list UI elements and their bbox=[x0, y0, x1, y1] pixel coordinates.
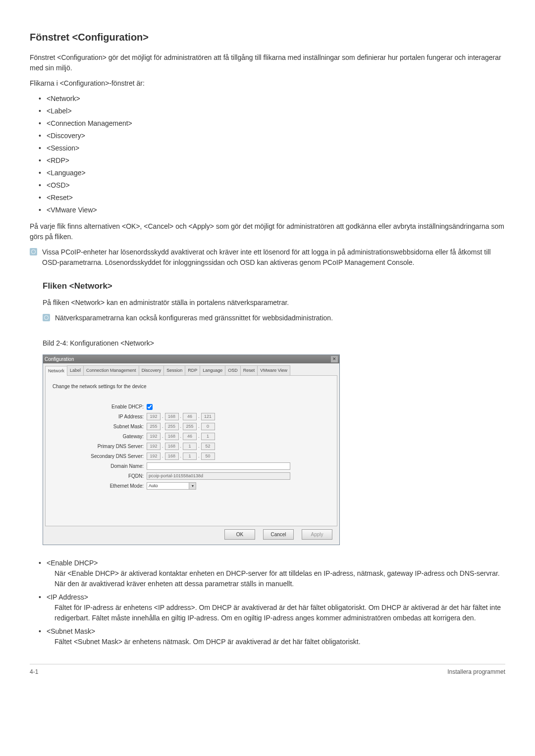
ethernet-mode-value: Auto bbox=[147, 482, 189, 490]
list-item: <Reset> bbox=[39, 193, 505, 203]
tab-osd[interactable]: OSD bbox=[225, 365, 241, 376]
pdns-octet[interactable]: 1 bbox=[183, 443, 197, 450]
tab-reset[interactable]: Reset bbox=[240, 365, 258, 376]
tab-label[interactable]: Label bbox=[67, 365, 84, 376]
tab-network[interactable]: Network bbox=[45, 366, 67, 376]
note-text: Nätverksparametrarna kan också konfigure… bbox=[55, 313, 333, 323]
fqdn-field: pcoip-portal-101558a0138d bbox=[147, 472, 290, 480]
gateway-octet[interactable]: 1 bbox=[201, 433, 215, 440]
note-box: Vissa PCoIP-enheter har lösenordsskydd a… bbox=[30, 247, 505, 268]
subnet-octet[interactable]: 255 bbox=[183, 423, 197, 430]
sdns-octet[interactable]: 50 bbox=[201, 453, 215, 460]
label-ethernet: Ethernet Mode: bbox=[53, 482, 147, 490]
pdns-octet[interactable]: 52 bbox=[201, 443, 215, 450]
dialog-title: Configuration bbox=[45, 355, 74, 363]
note-icon bbox=[43, 314, 50, 321]
field-term: <IP Address> bbox=[47, 592, 505, 603]
gateway-octet[interactable]: 46 bbox=[183, 433, 197, 440]
ok-button[interactable]: OK bbox=[224, 529, 255, 540]
dialog-tabs: Network Label Connection Management Disc… bbox=[45, 365, 337, 376]
page-footer: 4-1 Installera programmet bbox=[30, 664, 505, 676]
label-pdns: Primary DNS Server: bbox=[53, 443, 147, 450]
dialog-titlebar: Configuration ✕ bbox=[43, 355, 339, 363]
subnet-octet[interactable]: 0 bbox=[201, 423, 215, 430]
note-text: Vissa PCoIP-enheter har lösenordsskydd a… bbox=[42, 247, 505, 268]
ip-octet[interactable]: 168 bbox=[165, 413, 179, 420]
label-ip: IP Address: bbox=[53, 413, 147, 420]
subnet-octet[interactable]: 255 bbox=[165, 423, 179, 430]
label-gateway: Gateway: bbox=[53, 433, 147, 440]
network-intro: På fliken <Network> kan en administratör… bbox=[43, 298, 505, 308]
tab-vmware-view[interactable]: VMware View bbox=[257, 365, 290, 376]
cancel-button[interactable]: Cancel bbox=[263, 529, 294, 540]
label-enable-dhcp: Enable DHCP: bbox=[53, 403, 147, 410]
tab-discovery[interactable]: Discovery bbox=[139, 365, 164, 376]
ip-octet[interactable]: 46 bbox=[183, 413, 197, 420]
subnet-octet[interactable]: 255 bbox=[147, 423, 160, 430]
list-item: <Discovery> bbox=[39, 131, 505, 141]
field-desc: När <Enable DHCP> är aktiverad kontaktar… bbox=[54, 568, 505, 589]
list-item: <Language> bbox=[39, 168, 505, 178]
after-list-paragraph: På varje flik finns alternativen <OK>, <… bbox=[30, 221, 505, 242]
tab-connection-management[interactable]: Connection Management bbox=[83, 365, 139, 376]
sdns-octet[interactable]: 168 bbox=[165, 453, 179, 460]
apply-button[interactable]: Apply bbox=[302, 529, 332, 540]
field-desc: Fältet <Subnet Mask> är enhetens nätmask… bbox=[54, 637, 505, 647]
ip-octet[interactable]: 192 bbox=[147, 413, 160, 420]
tab-language[interactable]: Language bbox=[200, 365, 225, 376]
pdns-octet[interactable]: 192 bbox=[147, 443, 160, 450]
network-heading: Fliken <Network> bbox=[43, 280, 505, 293]
ip-octet[interactable]: 121 bbox=[201, 413, 215, 420]
list-item: <VMware View> bbox=[39, 205, 505, 215]
intro-paragraph-1: Fönstret <Configuration> gör det möjligt… bbox=[30, 52, 505, 73]
intro-paragraph-2: Flikarna i <Configuration>-fönstret är: bbox=[30, 78, 505, 89]
label-fqdn: FQDN: bbox=[53, 472, 147, 480]
field-item: <Enable DHCP> När <Enable DHCP> är aktiv… bbox=[39, 558, 505, 589]
label-domain: Domain Name: bbox=[53, 462, 147, 470]
list-item: <Connection Management> bbox=[39, 118, 505, 129]
enable-dhcp-checkbox[interactable] bbox=[147, 404, 153, 410]
dialog-description: Change the network settings for the devi… bbox=[53, 383, 330, 390]
footer-right: Installera programmet bbox=[447, 667, 505, 676]
label-sdns: Secondary DNS Server: bbox=[53, 453, 147, 460]
list-item: <Session> bbox=[39, 143, 505, 153]
field-term: <Subnet Mask> bbox=[47, 626, 505, 637]
note-icon bbox=[30, 248, 37, 255]
close-button[interactable]: ✕ bbox=[331, 356, 338, 362]
chevron-down-icon[interactable]: ▾ bbox=[189, 482, 196, 490]
sdns-octet[interactable]: 1 bbox=[183, 453, 197, 460]
footer-left: 4-1 bbox=[30, 667, 38, 676]
list-item: <OSD> bbox=[39, 180, 505, 191]
field-item: <IP Address> Fältet för IP-adress är enh… bbox=[39, 592, 505, 623]
field-descriptions: <Enable DHCP> När <Enable DHCP> är aktiv… bbox=[30, 558, 505, 647]
figure-caption: Bild 2-4: Konfigurationen <Network> bbox=[43, 338, 505, 349]
field-term: <Enable DHCP> bbox=[47, 558, 505, 568]
gateway-octet[interactable]: 168 bbox=[165, 433, 179, 440]
sdns-octet[interactable]: 192 bbox=[147, 453, 160, 460]
list-item: <Label> bbox=[39, 106, 505, 116]
field-item: <Subnet Mask> Fältet <Subnet Mask> är en… bbox=[39, 626, 505, 647]
ethernet-mode-select[interactable]: Auto ▾ bbox=[147, 482, 196, 490]
gateway-octet[interactable]: 192 bbox=[147, 433, 160, 440]
label-subnet: Subnet Mask: bbox=[53, 423, 147, 430]
pdns-octet[interactable]: 168 bbox=[165, 443, 179, 450]
list-item: <Network> bbox=[39, 94, 505, 104]
field-desc: Fältet för IP-adress är enhetens <IP add… bbox=[54, 603, 505, 623]
tabs-list: <Network> <Label> <Connection Management… bbox=[30, 94, 505, 215]
tab-session[interactable]: Session bbox=[163, 365, 185, 376]
list-item: <RDP> bbox=[39, 155, 505, 166]
domain-name-field[interactable] bbox=[147, 462, 290, 470]
configuration-dialog: Configuration ✕ Network Label Connection… bbox=[43, 354, 340, 546]
note-box: Nätverksparametrarna kan också konfigure… bbox=[43, 313, 505, 323]
page-title: Fönstret <Configuration> bbox=[30, 30, 505, 45]
tab-rdp[interactable]: RDP bbox=[185, 365, 200, 376]
